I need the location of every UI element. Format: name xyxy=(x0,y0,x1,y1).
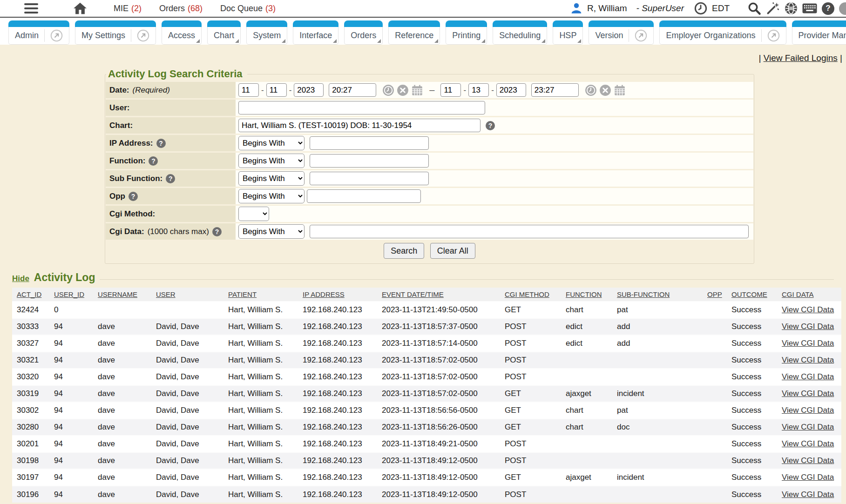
tab[interactable]: Employer Organizations xyxy=(659,20,786,45)
view-failed-logins-link[interactable]: View Failed Logins xyxy=(764,53,838,63)
sub-function-help-icon[interactable] xyxy=(166,174,175,183)
function-match-select[interactable]: Begins With xyxy=(238,154,305,168)
cell-event-datetime: 2023-11-13T18:57:02-0500 xyxy=(382,369,505,385)
opp-help-icon[interactable] xyxy=(129,192,138,201)
view-cgi-data-link[interactable]: View CGI Data xyxy=(782,339,834,348)
home-icon[interactable] xyxy=(74,2,87,14)
user-input[interactable] xyxy=(238,101,485,114)
sub-function-match-select[interactable]: Begins With xyxy=(238,171,305,186)
hide-link[interactable]: Hide xyxy=(12,274,29,283)
time-picker-icon[interactable] xyxy=(382,84,394,96)
popout-arrow-icon[interactable] xyxy=(131,29,149,42)
ip-address-input[interactable] xyxy=(310,136,429,150)
clear-all-button[interactable]: Clear All xyxy=(430,243,475,259)
clear-date-icon[interactable] xyxy=(397,84,409,96)
date-to-year-input[interactable] xyxy=(496,83,526,97)
popout-arrow-icon[interactable] xyxy=(761,29,780,42)
search-icon[interactable] xyxy=(747,1,761,15)
column-sort-link[interactable]: USER_ID xyxy=(54,290,84,298)
tab[interactable]: Access xyxy=(162,20,202,45)
topbar-nav-item[interactable]: MIE (2) xyxy=(114,4,142,13)
hamburger-menu-icon[interactable] xyxy=(24,3,38,13)
chart-help-icon[interactable] xyxy=(486,121,495,130)
date-from-year-input[interactable] xyxy=(294,83,324,97)
column-sort-link[interactable]: USERNAME xyxy=(98,290,137,298)
tab[interactable]: Printing xyxy=(446,20,487,45)
tab-label: Employer Organizations xyxy=(666,31,755,40)
tab[interactable]: Provider Management xyxy=(792,20,846,45)
tab[interactable]: Scheduling xyxy=(493,20,547,45)
view-cgi-data-link[interactable]: View CGI Data xyxy=(782,406,834,415)
cgi-method-select[interactable] xyxy=(238,207,269,221)
column-sort-link[interactable]: SUB-FUNCTION xyxy=(617,290,670,298)
tab[interactable]: Orders xyxy=(344,20,383,45)
ip-help-icon[interactable] xyxy=(156,139,166,148)
cell-cgi-method: GET xyxy=(505,469,566,486)
column-sort-link[interactable]: OPP xyxy=(707,290,722,298)
date-to-day-input[interactable] xyxy=(468,83,489,97)
tab[interactable]: HSP xyxy=(553,20,583,45)
calendar-icon[interactable] xyxy=(614,84,626,96)
tab[interactable]: Admin xyxy=(8,20,69,45)
topbar-nav-item[interactable]: Orders (68) xyxy=(159,4,203,13)
help-icon[interactable] xyxy=(822,2,834,15)
date-to-month-input[interactable] xyxy=(440,83,461,97)
magic-wand-icon[interactable] xyxy=(766,1,780,15)
cell-username: dave xyxy=(98,369,156,385)
topbar-nav-item[interactable]: Doc Queue (3) xyxy=(220,4,276,13)
function-help-icon[interactable] xyxy=(149,156,158,166)
search-button[interactable]: Search xyxy=(384,243,424,259)
calendar-icon[interactable] xyxy=(411,84,423,96)
cgi-data-match-select[interactable]: Begins With xyxy=(238,224,305,239)
clear-date-icon[interactable] xyxy=(599,84,611,96)
time-picker-icon[interactable] xyxy=(585,84,597,96)
view-cgi-data-link[interactable]: View CGI Data xyxy=(782,490,834,499)
date-from-time-input[interactable] xyxy=(329,83,376,97)
tab[interactable]: Interface xyxy=(293,20,338,45)
opp-match-select[interactable]: Begins With xyxy=(238,189,305,203)
user-avatar-icon[interactable] xyxy=(570,2,582,14)
chart-input[interactable] xyxy=(238,119,481,132)
view-cgi-data-link[interactable]: View CGI Data xyxy=(782,356,834,364)
date-to-time-input[interactable] xyxy=(531,83,579,97)
view-cgi-data-link[interactable]: View CGI Data xyxy=(782,305,834,314)
column-header: ACT_ID xyxy=(12,288,54,302)
tab[interactable]: Chart xyxy=(207,20,241,45)
tab[interactable]: System xyxy=(246,20,287,45)
user-name[interactable]: R, William xyxy=(587,3,627,13)
view-cgi-data-link[interactable]: View CGI Data xyxy=(782,473,834,482)
function-input[interactable] xyxy=(310,154,429,168)
keyboard-icon[interactable] xyxy=(802,3,817,13)
column-sort-link[interactable]: CGI METHOD xyxy=(505,290,549,298)
popout-arrow-icon[interactable] xyxy=(44,29,63,42)
opp-input[interactable] xyxy=(307,189,421,203)
column-sort-link[interactable]: FUNCTION xyxy=(566,290,602,298)
globe-icon[interactable] xyxy=(785,2,798,15)
column-sort-link[interactable]: CGI DATA xyxy=(782,290,814,298)
view-cgi-data-link[interactable]: View CGI Data xyxy=(782,372,834,381)
tab[interactable]: Version xyxy=(589,20,654,45)
tab[interactable]: Reference xyxy=(388,20,440,45)
cutoff-icon[interactable] xyxy=(839,2,846,15)
clock-icon[interactable] xyxy=(694,2,707,15)
date-from-month-input[interactable] xyxy=(238,83,259,97)
cgi-data-input[interactable] xyxy=(310,225,749,238)
popout-arrow-icon[interactable] xyxy=(629,29,647,42)
view-cgi-data-link[interactable]: View CGI Data xyxy=(782,456,834,465)
column-sort-link[interactable]: ACT_ID xyxy=(17,290,41,298)
view-cgi-data-link[interactable]: View CGI Data xyxy=(782,389,834,398)
sub-function-input[interactable] xyxy=(310,172,429,185)
column-sort-link[interactable]: IP ADDRESS xyxy=(303,290,345,298)
view-cgi-data-link[interactable]: View CGI Data xyxy=(782,439,834,448)
column-sort-link[interactable]: USER xyxy=(156,290,176,298)
view-cgi-data-link[interactable]: View CGI Data xyxy=(782,423,834,431)
column-sort-link[interactable]: PATIENT xyxy=(228,290,257,298)
date-from-day-input[interactable] xyxy=(266,83,287,97)
ip-match-select[interactable]: Begins With xyxy=(238,136,305,150)
cell-function: edict xyxy=(566,335,617,352)
cgi-data-help-icon[interactable] xyxy=(212,227,222,236)
tab[interactable]: My Settings xyxy=(75,20,156,45)
view-cgi-data-link[interactable]: View CGI Data xyxy=(782,322,834,331)
column-sort-link[interactable]: OUTCOME xyxy=(731,290,767,298)
column-sort-link[interactable]: EVENT DATE/TIME xyxy=(382,290,444,298)
